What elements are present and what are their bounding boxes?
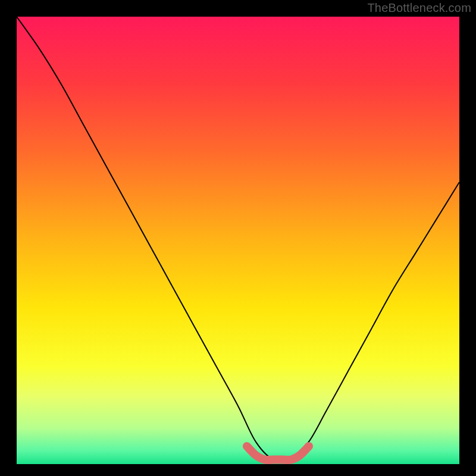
bottleneck-chart [17, 17, 459, 464]
chart-frame: TheBottleneck.com [0, 0, 476, 476]
attribution-label: TheBottleneck.com [367, 1, 471, 15]
gradient-background [17, 17, 459, 464]
